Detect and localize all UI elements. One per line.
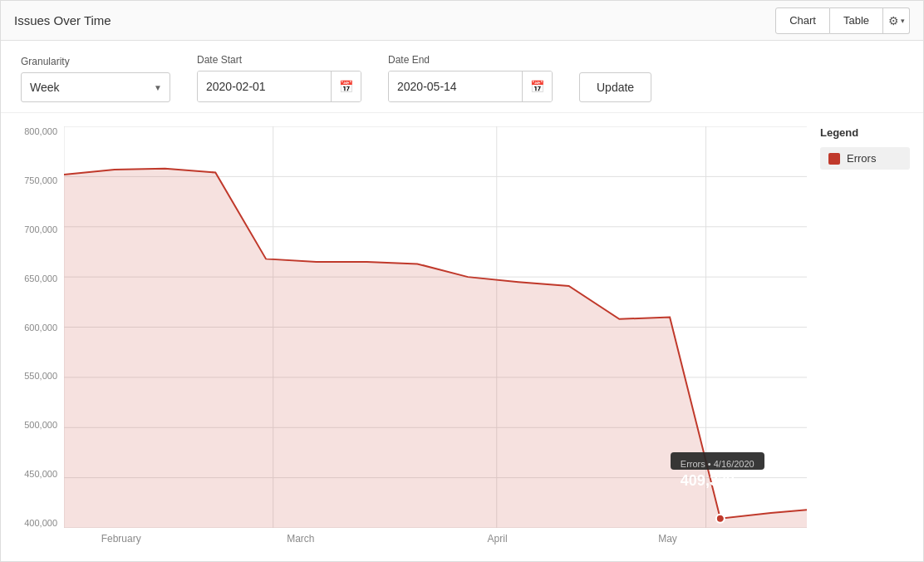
legend-item-errors: Errors <box>820 147 910 170</box>
update-button[interactable]: Update <box>579 72 651 102</box>
y-label-800k: 800,000 <box>24 126 57 136</box>
calendar-icon-2: 📅 <box>530 80 544 93</box>
svg-point-13 <box>716 515 725 523</box>
x-label-feb: February <box>101 533 141 545</box>
date-end-calendar-button[interactable]: 📅 <box>522 71 552 101</box>
x-label-apr: April <box>488 533 508 545</box>
settings-button[interactable]: ⚙ ▾ <box>883 7 910 34</box>
chart-area: 800,000 750,000 700,000 650,000 600,000 … <box>1 113 923 561</box>
granularity-select-wrapper: Week Day Month ▼ <box>21 72 170 102</box>
y-label-750k: 750,000 <box>24 175 57 185</box>
header: Issues Over Time Chart Table ⚙ ▾ <box>1 1 923 41</box>
legend-label-errors: Errors <box>847 152 876 165</box>
date-start-label: Date Start <box>197 54 361 66</box>
date-end-label: Date End <box>388 54 553 66</box>
legend-title: Legend <box>820 126 910 139</box>
date-start-calendar-button[interactable]: 📅 <box>331 71 361 101</box>
y-label-450k: 450,000 <box>24 469 57 479</box>
date-end-wrapper: 📅 <box>388 71 553 102</box>
chart-main: 800,000 750,000 700,000 650,000 600,000 … <box>1 126 807 561</box>
y-label-600k: 600,000 <box>24 323 57 333</box>
table-tab[interactable]: Table <box>830 7 883 34</box>
chevron-down-icon: ▾ <box>901 17 905 25</box>
header-actions: Chart Table ⚙ ▾ <box>775 7 910 34</box>
page-title: Issues Over Time <box>14 13 111 27</box>
granularity-group: Granularity Week Day Month ▼ <box>21 56 170 102</box>
date-end-group: Date End 📅 <box>388 54 553 102</box>
y-label-700k: 700,000 <box>24 224 57 234</box>
chart-tab[interactable]: Chart <box>775 7 830 34</box>
y-label-400k: 400,000 <box>24 518 57 528</box>
controls-bar: Granularity Week Day Month ▼ Date Start … <box>1 41 923 113</box>
legend: Legend Errors <box>807 126 923 561</box>
chart-svg <box>64 126 807 528</box>
y-label-650k: 650,000 <box>24 274 57 283</box>
granularity-select[interactable]: Week Day Month <box>21 72 170 102</box>
y-axis: 800,000 750,000 700,000 650,000 600,000 … <box>1 126 64 528</box>
date-end-input[interactable] <box>389 71 522 101</box>
granularity-label: Granularity <box>21 56 170 67</box>
gear-icon: ⚙ <box>888 14 899 27</box>
calendar-icon: 📅 <box>339 80 353 93</box>
x-axis: February March April May <box>64 528 807 561</box>
date-start-group: Date Start 📅 <box>197 54 361 102</box>
main-container: Issues Over Time Chart Table ⚙ ▾ Granula… <box>0 0 924 562</box>
legend-color-errors <box>828 153 840 165</box>
x-label-mar: March <box>287 533 314 545</box>
date-start-wrapper: 📅 <box>197 71 361 102</box>
y-label-500k: 500,000 <box>24 420 57 430</box>
date-start-input[interactable] <box>198 71 331 101</box>
y-label-550k: 550,000 <box>24 371 57 381</box>
x-label-may: May <box>658 533 677 545</box>
